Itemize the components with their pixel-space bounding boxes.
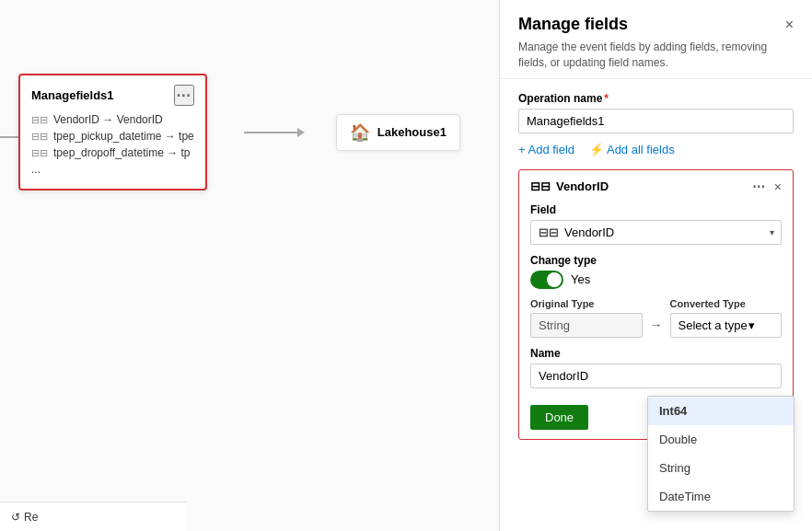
canvas-area: Managefields1 ⋯ ⊟⊟ VendorID → VendorID ⊟… — [0, 0, 499, 531]
panel-title-row: Manage fields × — [518, 15, 794, 34]
required-star: * — [604, 92, 609, 105]
operation-label: Operation name * — [518, 92, 794, 105]
done-button[interactable]: Done — [530, 405, 588, 430]
converted-type-col: Converted Type Select a type ▾ — [670, 298, 783, 338]
type-row: Original Type String → Converted Type Se… — [530, 298, 782, 338]
action-buttons: + Add field ⚡ Add all fields — [518, 143, 794, 156]
vendor-title-text: VendorID — [556, 179, 609, 193]
row-text-2: tpep_pickup_datetime → tpe — [53, 130, 194, 143]
node-row-more: ... — [31, 163, 194, 176]
refresh-label: Re — [24, 511, 38, 524]
converted-type-select[interactable]: Select a type ▾ — [670, 313, 783, 338]
dropdown-item-int64[interactable]: Int64 — [648, 397, 794, 425]
change-type-toggle[interactable] — [530, 271, 563, 289]
original-type-col: Original Type String — [530, 298, 643, 338]
panel-title: Manage fields — [518, 15, 628, 34]
add-field-button[interactable]: + Add field — [518, 143, 574, 156]
managefields-node[interactable]: Managefields1 ⋯ ⊟⊟ VendorID → VendorID ⊟… — [18, 74, 207, 190]
field-icon: ⊟⊟ — [539, 225, 559, 239]
node-row-3: ⊟⊟ tpep_dropoff_datetime → tp — [31, 146, 194, 159]
more-indicator: ... — [31, 163, 41, 176]
vendor-table-icon: ⊟⊟ — [530, 179, 551, 193]
panel-description: Manage the event fields by adding fields… — [518, 40, 794, 71]
panel-header: Manage fields × Manage the event fields … — [500, 0, 812, 79]
refresh-button[interactable]: ↺ Re — [11, 511, 38, 524]
name-input[interactable] — [530, 364, 782, 388]
vendor-more-button[interactable]: ⋯ — [752, 179, 767, 194]
flow-connector — [244, 132, 299, 133]
lakehouse-label: Lakehouse1 — [377, 125, 447, 139]
vendor-section-title: ⊟⊟ VendorID — [530, 179, 609, 193]
panel-close-button[interactable]: × — [785, 17, 794, 33]
type-dropdown: Int64 Double String DateTime — [647, 396, 795, 512]
converted-type-label: Converted Type — [670, 298, 783, 309]
vendor-section-header: ⊟⊟ VendorID ⋯ × — [530, 179, 782, 194]
dropdown-item-double[interactable]: Double — [648, 425, 794, 454]
field-value: VendorID — [564, 225, 614, 239]
node-row-2: ⊟⊟ tpep_pickup_datetime → tpe — [31, 130, 194, 143]
dropdown-item-datetime[interactable]: DateTime — [648, 482, 794, 511]
toggle-thumb — [547, 272, 562, 287]
panel-body: Operation name * + Add field ⚡ Add all f… — [500, 79, 812, 531]
field-select-wrapper: ⊟⊟ VendorID ▾ — [530, 220, 782, 245]
field-label: Field — [530, 203, 782, 216]
bottom-bar: ↺ Re — [0, 502, 186, 531]
add-all-fields-button[interactable]: ⚡ Add all fields — [589, 143, 675, 156]
node-header: Managefields1 ⋯ — [31, 85, 194, 106]
toggle-label: Yes — [571, 272, 590, 286]
operation-name-input[interactable] — [518, 109, 794, 133]
field-select[interactable]: ⊟⊟ VendorID ▾ — [530, 220, 782, 245]
left-connector — [0, 136, 20, 138]
manage-fields-panel: Manage fields × Manage the event fields … — [499, 0, 812, 531]
field-chevron-icon: ▾ — [770, 227, 774, 237]
original-type-label: Original Type — [530, 298, 643, 309]
dropdown-item-string[interactable]: String — [648, 454, 794, 482]
node-row-1: ⊟⊟ VendorID → VendorID — [31, 113, 194, 126]
node-menu-button[interactable]: ⋯ — [174, 85, 194, 106]
vendor-close-button[interactable]: × — [774, 179, 782, 194]
original-type-value: String — [530, 313, 643, 338]
lakehouse-icon: 🏠 — [350, 122, 370, 143]
converted-type-placeholder: Select a type — [679, 318, 748, 332]
converted-type-chevron-icon: ▾ — [748, 318, 755, 332]
vendor-actions: ⋯ × — [752, 179, 782, 194]
toggle-row: Yes — [530, 271, 782, 289]
name-label: Name — [530, 347, 782, 360]
row-icon-3: ⊟⊟ — [31, 147, 48, 159]
flow-container: Managefields1 ⋯ ⊟⊟ VendorID → VendorID ⊟… — [18, 74, 460, 190]
row-icon-1: ⊟⊟ — [31, 114, 48, 126]
change-type-label: Change type — [530, 254, 782, 267]
refresh-icon: ↺ — [11, 511, 20, 524]
row-text-1: VendorID → VendorID — [53, 113, 163, 126]
type-arrow-icon: → — [650, 317, 663, 332]
lakehouse-node[interactable]: 🏠 Lakehouse1 — [336, 114, 460, 151]
row-icon-2: ⊟⊟ — [31, 131, 48, 143]
row-text-3: tpep_dropoff_datetime → tp — [53, 146, 191, 159]
node-title: Managefields1 — [31, 88, 114, 102]
